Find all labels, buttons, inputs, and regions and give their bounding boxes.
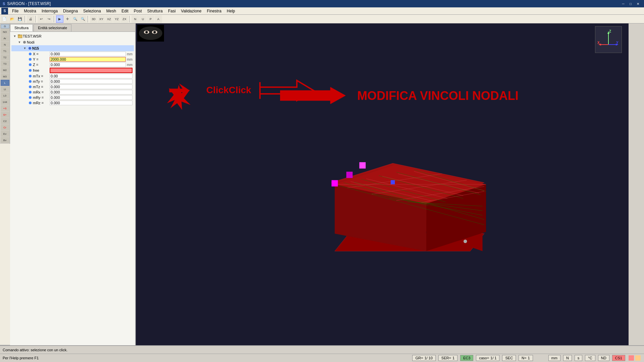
left-panel: Struttura Entità selezionate ▼ TEST.WSR … (10, 23, 136, 345)
tab-struttura[interactable]: Struttura (10, 24, 33, 32)
statusbar: Comando attivo: selezione con un click. … (0, 345, 644, 362)
tb-undo[interactable]: ↩ (38, 15, 45, 23)
z-input[interactable]: 0.000 (50, 62, 126, 67)
tb-view-zx[interactable]: ZX (121, 15, 128, 23)
free-input[interactable] (50, 68, 132, 73)
lt-s-red[interactable]: +S (1, 105, 9, 111)
tree-nodi[interactable]: ▼ Nodi (11, 39, 134, 45)
node-pink-1[interactable] (331, 180, 338, 186)
n-label: N= (522, 356, 526, 360)
mrz-input[interactable] (50, 101, 132, 105)
n-value: 1 (528, 356, 530, 360)
expand-nodi[interactable]: ▼ (17, 40, 22, 45)
mtz-label: mTz = (33, 85, 50, 89)
lt-t1[interactable]: T1 (1, 48, 9, 54)
lt-cr[interactable]: Cr (1, 124, 9, 130)
menu-interroga[interactable]: Interroga (39, 7, 60, 14)
node-grey-1[interactable] (464, 240, 467, 243)
lt-n[interactable]: N (1, 42, 9, 48)
menu-help[interactable]: Help (224, 7, 238, 14)
close-button[interactable]: ✕ (635, 1, 641, 6)
lt-m2[interactable]: M2 (1, 67, 9, 73)
tb-view-yz[interactable]: YZ (113, 15, 120, 23)
y-unit: mm (127, 58, 132, 61)
viewport[interactable]: Z X Y (136, 23, 629, 345)
tb-redo[interactable]: ↪ (45, 15, 53, 23)
sep4 (88, 16, 89, 22)
tb-view-xy[interactable]: XY (98, 15, 105, 23)
mtz-input[interactable] (50, 84, 132, 89)
node-pink-2[interactable] (346, 172, 353, 178)
menu-struttura[interactable]: Struttura (145, 7, 165, 14)
node-blue-1[interactable] (391, 180, 395, 184)
tb-zoom-in[interactable]: 🔍 (71, 15, 79, 23)
menu-edit[interactable]: Edit (119, 7, 131, 14)
window-controls[interactable]: ─ □ ✕ (620, 1, 641, 6)
lt-bv[interactable]: Bv (1, 137, 9, 143)
z-dot (29, 63, 32, 66)
y-input[interactable] (50, 57, 126, 62)
mry-label: mRy = (33, 96, 50, 100)
gr-label: GR= (415, 356, 423, 360)
tb-p[interactable]: P (147, 15, 154, 23)
lt-l0[interactable]: L0 (1, 93, 9, 99)
menu-mostra[interactable]: Mostra (21, 7, 39, 14)
node-pink-3[interactable] (359, 162, 366, 169)
tb-view-xz[interactable]: XZ (105, 15, 113, 23)
mrx-input[interactable] (50, 90, 132, 95)
app-menu-icon[interactable]: S (1, 8, 8, 14)
tb-new[interactable]: 📄 (1, 15, 8, 23)
prop-mty-row: mTy = (28, 79, 134, 84)
tb-open[interactable]: 📂 (8, 15, 16, 23)
lt-s-plus[interactable]: S+ (1, 112, 9, 118)
toolbar-1: 📄 📂 💾 🖨 ↩ ↪ ▶ ✛ 🔍 🔍 3D XY XZ YZ ZX N U P… (0, 15, 644, 23)
tb-select[interactable]: ▶ (56, 15, 63, 23)
menu-disegna[interactable]: Disegna (60, 7, 80, 14)
x-dot (29, 53, 32, 55)
mtx-label: mTx = (33, 74, 50, 78)
mry-input[interactable] (50, 95, 132, 100)
lt-l[interactable]: L (1, 80, 9, 86)
menu-mesh[interactable]: Mesh (104, 7, 119, 14)
menu-file[interactable]: File (9, 7, 21, 14)
tb-u[interactable]: U (139, 15, 147, 23)
menu-validazione[interactable]: Validazione (178, 7, 204, 14)
mtx-input[interactable] (50, 74, 132, 78)
tree-root[interactable]: ▼ TEST.WSR (11, 33, 134, 39)
menu-fasi[interactable]: Fasi (165, 7, 178, 14)
expand-root[interactable]: ▼ (12, 34, 17, 39)
tab-entita[interactable]: Entità selezionate (34, 24, 71, 32)
tb-n[interactable]: N (131, 15, 139, 23)
minimize-button[interactable]: ─ (620, 1, 627, 6)
tb-view-3d[interactable]: 3D (90, 15, 97, 23)
lt-t3[interactable]: T3 (1, 61, 9, 67)
lt-m3[interactable]: M3 (1, 73, 9, 79)
expand-n15[interactable]: ▼ (22, 46, 28, 51)
tb-move[interactable]: ✛ (64, 15, 71, 23)
lt-144[interactable]: 144 (1, 99, 9, 105)
x-input[interactable]: 0.000 (50, 52, 126, 56)
z-label: Z = (33, 63, 50, 67)
lt-t2[interactable]: T2 (1, 54, 9, 60)
tb-print[interactable]: 🖨 (27, 15, 34, 23)
mrx-label: mRx = (33, 90, 50, 94)
tb-a[interactable]: A (155, 15, 162, 23)
lt-ev[interactable]: Ev (1, 131, 9, 137)
tree-root-label: TEST.WSR (23, 34, 42, 38)
caso-value: 1/ 1 (490, 356, 496, 360)
lt-c2[interactable]: C2 (1, 118, 9, 124)
lt-no[interactable]: NO (1, 29, 9, 35)
tb-save[interactable]: 💾 (16, 15, 23, 23)
status-command: Comando attivo: selezione con un click. (3, 348, 67, 352)
tree-n15[interactable]: ▼ N15 (11, 45, 134, 51)
lt-lt[interactable]: Lt (1, 86, 9, 92)
mty-input[interactable] (50, 79, 132, 84)
menu-seleziona[interactable]: Seleziona (80, 7, 104, 14)
unit-n: N (563, 355, 572, 361)
restore-button[interactable]: □ (627, 1, 634, 6)
free-dot (29, 69, 32, 72)
lt-ar[interactable]: Ar (1, 35, 9, 41)
menu-post[interactable]: Post (131, 7, 145, 14)
tb-zoom-out[interactable]: 🔍 (79, 15, 87, 23)
menu-finestra[interactable]: Finestra (204, 7, 224, 14)
